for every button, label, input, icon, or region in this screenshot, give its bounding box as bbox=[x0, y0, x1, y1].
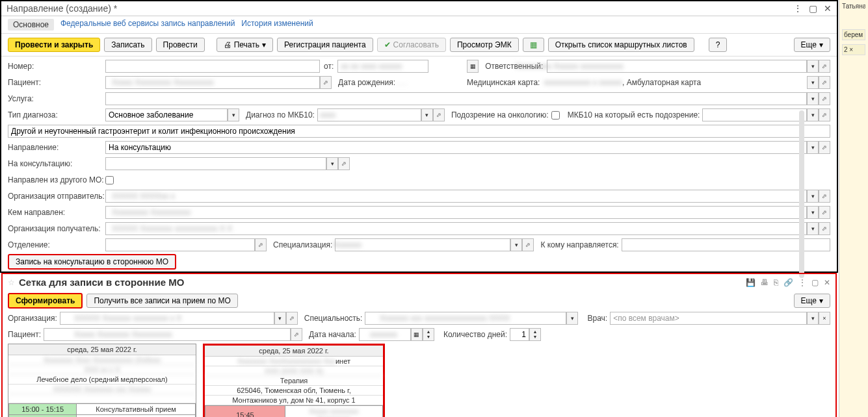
kebab-icon[interactable]: ⋮ bbox=[793, 3, 802, 14]
save-icon[interactable]: 💾 bbox=[746, 278, 756, 287]
consult-to-input[interactable] bbox=[105, 157, 326, 170]
spinner-up-icon[interactable]: ▲▼ bbox=[529, 328, 541, 341]
dept-input[interactable] bbox=[105, 238, 255, 251]
get-all-records-button[interactable]: Получить все записи на прием по МО bbox=[86, 294, 237, 308]
save-button[interactable]: Записать bbox=[104, 38, 151, 52]
link-icon[interactable]: 🔗 bbox=[783, 278, 793, 287]
table-row[interactable]: 15:15 - 15:30Консультативный прием bbox=[9, 415, 196, 418]
window-title-bar: Направление (создание) * ⋮ ▢ ✕ bbox=[1, 1, 837, 16]
view-emk-button[interactable]: Просмотр ЭМК bbox=[450, 38, 519, 52]
external-icon[interactable]: ⬀ bbox=[286, 312, 298, 325]
vertical-scrollbar[interactable] bbox=[799, 110, 804, 278]
run-and-close-button[interactable]: Провести и закрыть bbox=[8, 38, 100, 52]
chevron-down-icon[interactable]: ▾ bbox=[510, 238, 522, 251]
tab-history[interactable]: История изменений bbox=[241, 19, 313, 31]
spinner-up-icon[interactable]: ▲▼ bbox=[423, 328, 434, 341]
slot-type: Консультативный прием bbox=[77, 415, 196, 418]
maximize-icon[interactable]: ▢ bbox=[809, 3, 817, 14]
external-icon[interactable]: ⬀ bbox=[291, 328, 302, 341]
printer-icon: 🖨 bbox=[224, 40, 231, 49]
chevron-down-icon[interactable]: ▾ bbox=[566, 312, 578, 325]
referral-input[interactable] bbox=[105, 141, 807, 154]
label-diag-type: Тип диагноза: bbox=[8, 110, 105, 120]
kebab-icon[interactable]: ⋮ bbox=[798, 278, 806, 287]
from-other-mo-checkbox[interactable] bbox=[105, 176, 114, 184]
print-icon[interactable]: 🖶 bbox=[761, 278, 769, 287]
service-input[interactable] bbox=[105, 92, 807, 105]
number-input[interactable] bbox=[105, 60, 320, 73]
picture-icon: ▦ bbox=[530, 40, 537, 49]
export-icon[interactable]: ⎘ bbox=[774, 278, 778, 287]
open-icon[interactable]: ▾ bbox=[807, 92, 819, 105]
external-icon[interactable]: ⬀ bbox=[338, 157, 350, 170]
table-row[interactable]: 15:00 - 15:15Консультативный прием bbox=[9, 404, 196, 415]
slot-time[interactable]: 15:15 - 15:30 bbox=[9, 415, 77, 418]
chevron-down-icon[interactable]: ▾ bbox=[807, 206, 819, 219]
help-button[interactable]: ? bbox=[709, 38, 728, 52]
external-icon[interactable]: ⬀ bbox=[819, 92, 830, 105]
label-from-other-mo: Направлен из другого МО: bbox=[8, 175, 105, 184]
sched2-date: среда, 25 мая 2022 г. bbox=[205, 346, 383, 357]
schedule-column-1: среда, 25 мая 2022 г. Xxxxxxxx Xxxx Xxxx… bbox=[8, 344, 196, 417]
slot-time[interactable]: 15:00 - 15:15 bbox=[9, 404, 77, 415]
external-icon[interactable]: ⬀ bbox=[320, 76, 332, 89]
calendar-icon[interactable]: ▦ bbox=[467, 60, 479, 73]
external-icon[interactable]: ⬀ bbox=[522, 238, 534, 251]
side-tag-42[interactable]: 2 × bbox=[842, 44, 865, 55]
external-icon[interactable]: ⬀ bbox=[433, 108, 445, 121]
external-icon[interactable]: ⬀ bbox=[819, 108, 830, 121]
external-icon[interactable]: ⬀ bbox=[819, 206, 830, 219]
star-icon[interactable]: ☆ bbox=[8, 278, 15, 287]
label-dept: Отделение: bbox=[8, 240, 105, 249]
external-icon[interactable]: ⬀ bbox=[255, 238, 267, 251]
slot-time[interactable]: 15:45 bbox=[205, 406, 285, 418]
panel-more-button[interactable]: Еще▾ bbox=[794, 294, 830, 308]
chevron-down-icon[interactable]: ▾ bbox=[326, 157, 338, 170]
external-icon[interactable]: ⬀ bbox=[819, 76, 830, 89]
chevron-down-icon: ▾ bbox=[819, 40, 823, 49]
close-icon[interactable]: ✕ bbox=[824, 278, 830, 287]
diag-type-input[interactable] bbox=[105, 108, 228, 121]
chevron-down-icon: ▾ bbox=[819, 296, 823, 305]
mkb-susp-input[interactable] bbox=[702, 108, 807, 121]
sched1-doctor: Xxxxxxxx Xxxx Xxxxxxxxxxx (Xxбxxx bbox=[8, 355, 196, 365]
onko-checkbox[interactable] bbox=[551, 111, 560, 120]
form-tabs: Основное Федеральные веб сервисы запись … bbox=[1, 16, 837, 34]
close-icon[interactable]: ✕ bbox=[824, 3, 832, 14]
external-icon[interactable]: ⬀ bbox=[819, 141, 830, 154]
chevron-down-icon[interactable]: ▾ bbox=[274, 312, 286, 325]
external-consult-record-button[interactable]: Запись на консультацию в стороннюю МО bbox=[8, 254, 176, 270]
panel-doctor-input[interactable] bbox=[610, 312, 807, 325]
calendar-icon[interactable]: ▦ bbox=[411, 328, 423, 341]
diagnosis-text-input[interactable] bbox=[8, 125, 830, 138]
sched1-header2: Лечебное дело (средний медперсонал) bbox=[8, 375, 196, 385]
external-icon[interactable]: ⬀ bbox=[819, 222, 830, 235]
external-icon[interactable]: ⬀ bbox=[819, 190, 830, 203]
open-icon[interactable]: ▾ bbox=[807, 108, 819, 121]
external-icon[interactable]: ⬀ bbox=[819, 60, 830, 73]
open-routes-button[interactable]: Открыть список маршрутных листов bbox=[548, 38, 694, 52]
chevron-down-icon[interactable]: ▾ bbox=[228, 108, 239, 121]
clear-icon[interactable]: × bbox=[819, 312, 830, 325]
table-row[interactable]: 15:45 Xxxxx xxxxxxxxXxxxxxxxx bbox=[205, 406, 383, 418]
chevron-down-icon[interactable]: ▾ bbox=[421, 108, 433, 121]
open-icon[interactable]: ▾ bbox=[807, 76, 819, 89]
chevron-down-icon[interactable]: ▾ bbox=[807, 190, 819, 203]
image-button[interactable]: ▦ bbox=[523, 38, 544, 52]
more-button[interactable]: Еще▾ bbox=[794, 38, 830, 52]
org-sender-input[interactable] bbox=[105, 190, 807, 203]
open-icon[interactable]: ▾ bbox=[807, 60, 819, 73]
run-button[interactable]: Провести bbox=[156, 38, 205, 52]
generate-button[interactable]: Сформировать bbox=[8, 293, 83, 309]
tab-fed-services[interactable]: Федеральные веб сервисы запись направлен… bbox=[60, 19, 235, 31]
tab-main[interactable]: Основное bbox=[8, 19, 54, 31]
chevron-down-icon[interactable]: ▾ bbox=[807, 312, 819, 325]
label-panel-days: Количество дней: bbox=[443, 330, 507, 339]
register-patient-button[interactable]: Регистрация пациента bbox=[277, 38, 373, 52]
sent-by-input[interactable] bbox=[105, 206, 807, 219]
chevron-down-icon[interactable]: ▾ bbox=[807, 141, 819, 154]
maximize-icon[interactable]: ▢ bbox=[811, 278, 819, 287]
panel-days-input[interactable] bbox=[510, 328, 529, 341]
print-button[interactable]: 🖨Печать▾ bbox=[217, 38, 273, 52]
chevron-down-icon[interactable]: ▾ bbox=[807, 222, 819, 235]
